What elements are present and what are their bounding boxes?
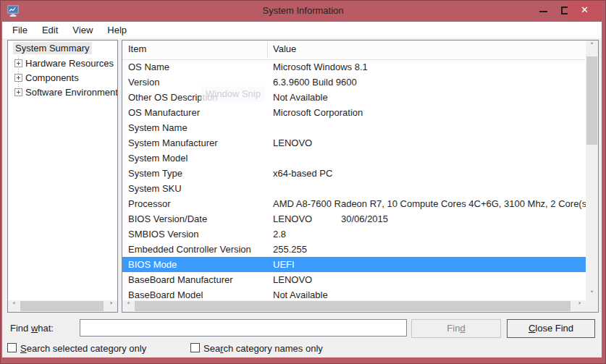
scroll-right-icon[interactable] xyxy=(105,300,117,312)
row-value: Microsoft Windows 8.1 xyxy=(273,62,368,72)
row-item: SMBIOS Version xyxy=(128,229,199,240)
row-item: OS Name xyxy=(128,62,169,72)
horizontal-scrollbar[interactable] xyxy=(122,300,586,312)
table-row[interactable]: BIOS Version/DateLENOVO30/06/2015 xyxy=(122,211,586,227)
menu-view[interactable]: View xyxy=(65,23,100,37)
row-value: LENOVO xyxy=(273,213,312,224)
search-category-names-label[interactable]: Search category names only xyxy=(203,343,323,354)
expand-plus-icon[interactable] xyxy=(14,59,22,67)
tree-horizontal-scrollbar[interactable] xyxy=(8,300,117,312)
tree-item-system-summary[interactable]: System Summary xyxy=(8,42,92,56)
tree-item-label: Hardware Resources xyxy=(25,56,114,71)
column-header-item[interactable]: Item xyxy=(128,43,146,54)
find-what-label: Find what: xyxy=(10,323,54,334)
row-value: LENOVO xyxy=(273,137,312,148)
column-header-value[interactable]: Value xyxy=(273,43,296,54)
close-button[interactable]: ✕ xyxy=(568,1,602,20)
menu-edit[interactable]: Edit xyxy=(35,23,65,37)
find-button[interactable]: Find xyxy=(411,319,501,338)
row-value: AMD A8-7600 Radeon R7, 10 Compute Cores … xyxy=(273,198,586,209)
menu-help[interactable]: Help xyxy=(100,23,134,37)
table-row[interactable]: Embedded Controller Version255.255 xyxy=(122,242,586,257)
table-row[interactable]: Version6.3.9600 Build 9600 xyxy=(122,75,586,90)
table-row[interactable]: System Model xyxy=(122,151,586,166)
row-item: System Manufacturer xyxy=(128,137,218,148)
search-selected-category-checkbox[interactable] xyxy=(7,343,17,352)
table-row-selected[interactable]: BIOS ModeUEFI xyxy=(122,257,586,272)
scroll-right-icon[interactable] xyxy=(573,300,586,312)
system-information-window: System Information ✕ File Edit View Help… xyxy=(0,0,606,364)
row-value: Not Available xyxy=(273,92,328,103)
list-header: Item Value xyxy=(122,41,586,60)
row-value: 255.255 xyxy=(273,244,307,255)
row-value: UEFI xyxy=(273,259,295,270)
search-category-names-checkbox[interactable] xyxy=(190,343,200,352)
table-row[interactable]: OS ManufacturerMicrosoft Corporation xyxy=(122,105,586,120)
client-area: System Summary Hardware Resources Compon… xyxy=(2,38,602,357)
row-item: System Name xyxy=(128,122,188,133)
row-item: Version xyxy=(128,77,159,88)
scrollbar-corner xyxy=(586,300,598,312)
table-row[interactable]: SMBIOS Version2.8 xyxy=(122,227,586,242)
row-item: BIOS Version/Date xyxy=(128,213,207,224)
scrollbar-thumb[interactable] xyxy=(20,301,104,311)
row-value: Not Available xyxy=(273,289,328,300)
row-item: BaseBoard Model xyxy=(128,289,203,300)
column-divider[interactable] xyxy=(267,42,268,57)
row-item: BIOS Mode xyxy=(128,259,177,270)
menu-bar: File Edit View Help xyxy=(2,22,602,38)
scroll-left-icon[interactable] xyxy=(8,300,20,312)
row-item: OS Manufacturer xyxy=(128,107,200,118)
list-rows: OS NameMicrosoft Windows 8.1 Version6.3.… xyxy=(122,59,586,300)
row-item: BaseBoard Manufacturer xyxy=(128,274,233,285)
row-value: 6.3.9600 Build 9600 xyxy=(273,77,357,88)
scrollbar-thumb[interactable] xyxy=(586,56,597,145)
search-selected-category-label[interactable]: Search selected category only xyxy=(20,343,146,354)
minimize-icon xyxy=(539,11,547,12)
expand-plus-icon[interactable] xyxy=(14,74,22,82)
table-row[interactable]: System Typex64-based PC xyxy=(122,166,586,181)
table-row[interactable]: ProcessorAMD A8-7600 Radeon R7, 10 Compu… xyxy=(122,196,586,211)
scrollbar-thumb[interactable] xyxy=(135,301,571,311)
scroll-down-icon[interactable] xyxy=(586,289,598,300)
row-item: System Model xyxy=(128,153,188,164)
window-title: System Information xyxy=(0,0,606,22)
close-icon: ✕ xyxy=(581,4,589,15)
row-value-date: 30/06/2015 xyxy=(341,213,388,224)
tree-item-label: Software Environment xyxy=(25,85,118,100)
scroll-up-icon[interactable] xyxy=(586,41,598,52)
row-item: Embedded Controller Version xyxy=(128,244,251,255)
minimize-button[interactable] xyxy=(532,0,554,20)
close-find-button[interactable]: Close Find xyxy=(507,319,595,338)
row-value: 2.8 xyxy=(273,229,286,240)
table-row[interactable]: System ManufacturerLENOVO xyxy=(122,135,586,151)
row-item: System Type xyxy=(128,168,182,179)
table-row[interactable]: Other OS DescriptionNot Available xyxy=(122,90,586,105)
row-item: System SKU xyxy=(128,183,182,194)
scroll-left-icon[interactable] xyxy=(122,300,135,312)
table-row[interactable]: System Name xyxy=(122,120,586,135)
row-value: LENOVO xyxy=(273,274,312,285)
row-value: x64-based PC xyxy=(273,168,332,179)
menu-file[interactable]: File xyxy=(5,23,35,37)
category-tree-panel: System Summary Hardware Resources Compon… xyxy=(7,40,118,313)
row-item: Processor xyxy=(128,198,171,209)
table-row[interactable]: System SKU xyxy=(122,181,586,196)
window-snip-ghost-overlay: Window Snip xyxy=(201,86,265,102)
expand-plus-icon[interactable] xyxy=(14,88,22,96)
row-value: Microsoft Corporation xyxy=(273,107,363,118)
table-row[interactable]: OS NameMicrosoft Windows 8.1 xyxy=(122,59,586,75)
details-list-panel: Item Value OS NameMicrosoft Windows 8.1 … xyxy=(122,40,599,313)
tree-item-label: System Summary xyxy=(13,42,92,54)
find-input[interactable] xyxy=(80,319,407,337)
tree-item-label: Components xyxy=(25,71,79,85)
vertical-scrollbar[interactable] xyxy=(586,41,598,300)
table-row[interactable]: BaseBoard ModelNot Available xyxy=(122,287,586,300)
title-bar[interactable]: System Information ✕ xyxy=(0,0,606,22)
table-row[interactable]: BaseBoard ManufacturerLENOVO xyxy=(122,272,586,287)
